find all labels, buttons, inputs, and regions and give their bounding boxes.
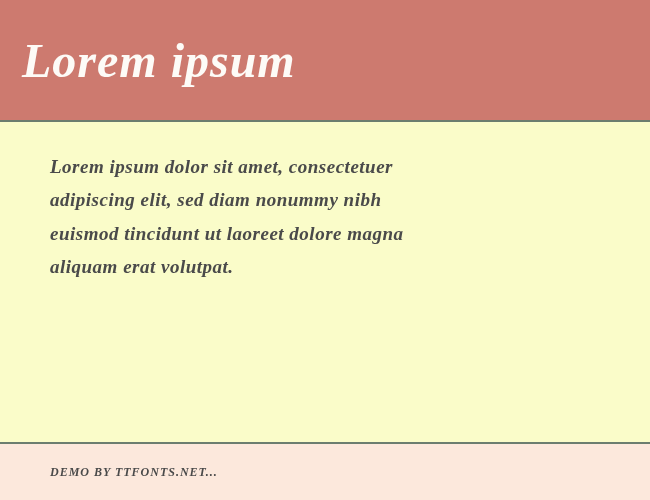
content-area: Lorem ipsum dolor sit amet, consectetuer… bbox=[0, 122, 650, 442]
header-banner: Lorem ipsum bbox=[0, 0, 650, 120]
footer-credit: DEMO BY TTFONTS.NET... bbox=[50, 465, 218, 480]
footer-banner: DEMO BY TTFONTS.NET... bbox=[0, 444, 650, 500]
body-paragraph: Lorem ipsum dolor sit amet, consectetuer… bbox=[50, 150, 450, 283]
page-title: Lorem ipsum bbox=[22, 33, 296, 88]
